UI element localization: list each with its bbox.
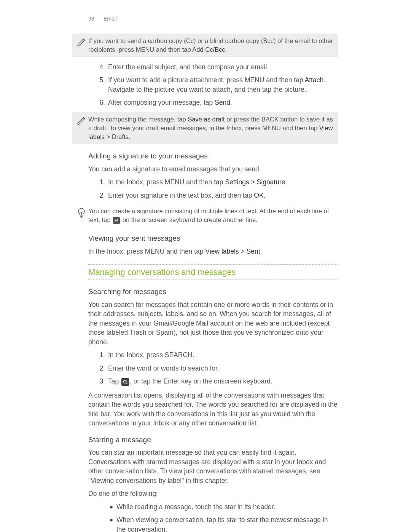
list-item: 2.Enter your signature in the text box, …	[88, 191, 338, 200]
page-number: 93	[88, 15, 102, 23]
svg-point-3	[124, 380, 127, 383]
note-save-draft: While composing the message, tap Save as…	[72, 112, 338, 144]
compose-steps: 4.Enter the email subject, and then comp…	[88, 62, 338, 107]
para-sent: In the Inbox, press MENU and then tap Vi…	[88, 247, 338, 256]
tip-text: You can create a signature consisting of…	[88, 207, 338, 224]
list-item: ■When viewing a conversation, tap its st…	[88, 515, 338, 532]
section-divider: Managing conversations and messages	[88, 264, 338, 280]
manual-page: 93 Email If you want to send a carbon co…	[0, 0, 411, 532]
list-item: 3.Tap , or tap the Enter key on the onsc…	[88, 377, 338, 386]
list-item: 5.If you want to add a picture attachmen…	[88, 75, 338, 94]
section-title: Managing conversations and messages	[88, 265, 338, 279]
list-item: 1.In the Inbox, press MENU and then tap …	[88, 177, 338, 187]
list-item: 4.Enter the email subject, and then comp…	[88, 62, 338, 72]
search-steps: 1.In the Inbox, press SEARCH.2.Enter the…	[88, 350, 338, 386]
chapter-title: Email	[104, 16, 117, 22]
para-star-intro: You can star an important message so tha…	[88, 448, 338, 485]
heading-search: Searching for messages	[88, 287, 338, 297]
heading-signature: Adding a signature to your messages	[88, 151, 338, 161]
enter-key-icon: ↵	[113, 217, 120, 224]
star-bullets: ■While reading a message, touch the star…	[88, 502, 338, 532]
list-item: 6.After composing your message, tap Send…	[88, 98, 338, 107]
search-icon	[121, 378, 129, 386]
list-item: ■While reading a message, touch the star…	[88, 502, 338, 512]
signature-steps: 1.In the Inbox, press MENU and then tap …	[88, 177, 338, 200]
note-text: If you want to send a carbon copy (Cc) o…	[88, 37, 333, 54]
note-text: While composing the message, tap Save as…	[88, 115, 333, 141]
pencil-icon	[75, 37, 88, 47]
para-do-one: Do one of the following:	[88, 489, 338, 498]
list-item: 1.In the Inbox, press SEARCH.	[88, 350, 338, 360]
para-search-intro: You can search for messages that contain…	[88, 300, 338, 347]
note-cc-bcc: If you want to send a carbon copy (Cc) o…	[72, 34, 338, 57]
pencil-icon	[75, 115, 88, 126]
tip-signature-multiline: You can create a signature consisting of…	[72, 204, 338, 227]
heading-star: Starring a message	[88, 435, 338, 445]
page-header: 93 Email	[88, 15, 411, 23]
svg-line-4	[126, 383, 127, 384]
para-search-result: A conversation list opens, displaying al…	[88, 391, 338, 428]
para-signature: You can add a signature to email message…	[88, 165, 338, 174]
lightbulb-icon	[75, 207, 88, 218]
list-item: 2.Enter the word or words to search for.	[88, 364, 338, 373]
heading-sent: Viewing your sent messages	[88, 233, 338, 244]
